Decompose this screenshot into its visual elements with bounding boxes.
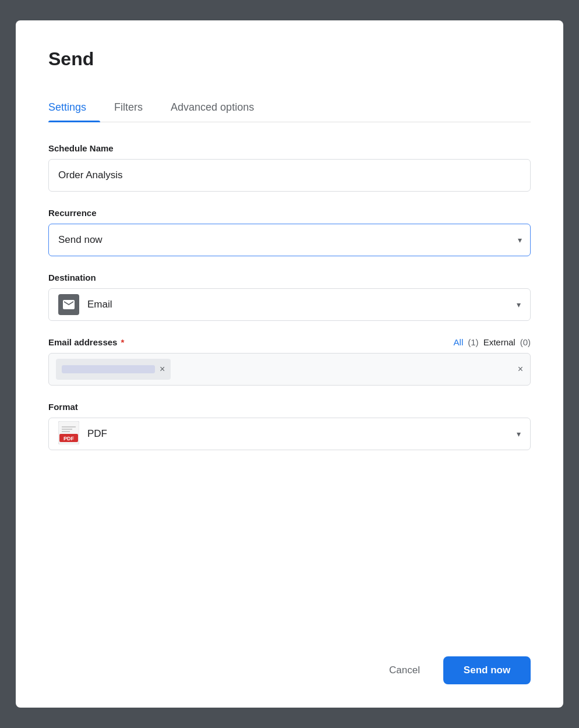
destination-select[interactable]: Email ▾ bbox=[48, 288, 531, 321]
dialog-title: Send bbox=[48, 48, 531, 70]
email-addresses-label: Email addresses * bbox=[48, 337, 124, 347]
email-addresses-section: Email addresses * All (1) External (0) ×… bbox=[48, 337, 531, 386]
destination-chevron-icon: ▾ bbox=[517, 300, 521, 309]
email-section-header: Email addresses * All (1) External (0) bbox=[48, 337, 531, 347]
dialog-footer: Cancel Send now bbox=[48, 633, 531, 684]
pdf-icon: PDF bbox=[58, 421, 79, 447]
recurrence-label: Recurrence bbox=[48, 208, 531, 218]
email-tags-input[interactable]: × × bbox=[48, 353, 531, 386]
tab-advanced-options[interactable]: Advanced options bbox=[166, 93, 268, 122]
email-filter-buttons: All (1) External (0) bbox=[454, 337, 531, 347]
recurrence-select[interactable]: Send now ▾ bbox=[48, 224, 531, 256]
destination-value: Email bbox=[87, 299, 517, 310]
destination-section: Destination Email ▾ bbox=[48, 273, 531, 321]
required-indicator: * bbox=[121, 337, 124, 347]
tab-filters[interactable]: Filters bbox=[110, 93, 157, 122]
email-tag-close-icon[interactable]: × bbox=[160, 365, 165, 374]
email-icon-bg bbox=[58, 294, 79, 315]
format-section: Format PDF PDF ▾ bbox=[48, 402, 531, 450]
email-tag: × bbox=[56, 359, 171, 380]
email-all-count: (1) bbox=[468, 337, 478, 347]
format-label: Format bbox=[48, 402, 531, 412]
email-icon bbox=[63, 300, 75, 309]
send-now-button[interactable]: Send now bbox=[443, 656, 531, 684]
format-chevron-icon: ▾ bbox=[517, 429, 521, 439]
format-select[interactable]: PDF PDF ▾ bbox=[48, 418, 531, 450]
send-dialog: Send Settings Filters Advanced options S… bbox=[16, 20, 563, 708]
schedule-name-input[interactable] bbox=[48, 159, 531, 192]
email-filter-all-button[interactable]: All bbox=[454, 337, 464, 347]
recurrence-value: Send now bbox=[58, 234, 103, 246]
schedule-name-label: Schedule Name bbox=[48, 143, 531, 153]
format-value: PDF bbox=[87, 428, 517, 440]
recurrence-chevron-icon: ▾ bbox=[518, 235, 522, 245]
email-empty-close-icon[interactable]: × bbox=[518, 364, 523, 374]
pdf-file-icon: PDF bbox=[58, 421, 79, 444]
destination-label: Destination bbox=[48, 273, 531, 282]
svg-text:PDF: PDF bbox=[63, 436, 75, 441]
email-input-empty[interactable]: × bbox=[175, 359, 523, 380]
email-filter-external-button[interactable]: External bbox=[483, 337, 516, 347]
email-external-count: (0) bbox=[520, 337, 531, 347]
schedule-name-section: Schedule Name bbox=[48, 143, 531, 192]
cancel-button[interactable]: Cancel bbox=[375, 656, 434, 684]
tabs-container: Settings Filters Advanced options bbox=[48, 93, 531, 122]
email-tag-blurred-text bbox=[62, 365, 155, 373]
recurrence-section: Recurrence Send now ▾ bbox=[48, 208, 531, 256]
tab-settings[interactable]: Settings bbox=[48, 93, 100, 122]
